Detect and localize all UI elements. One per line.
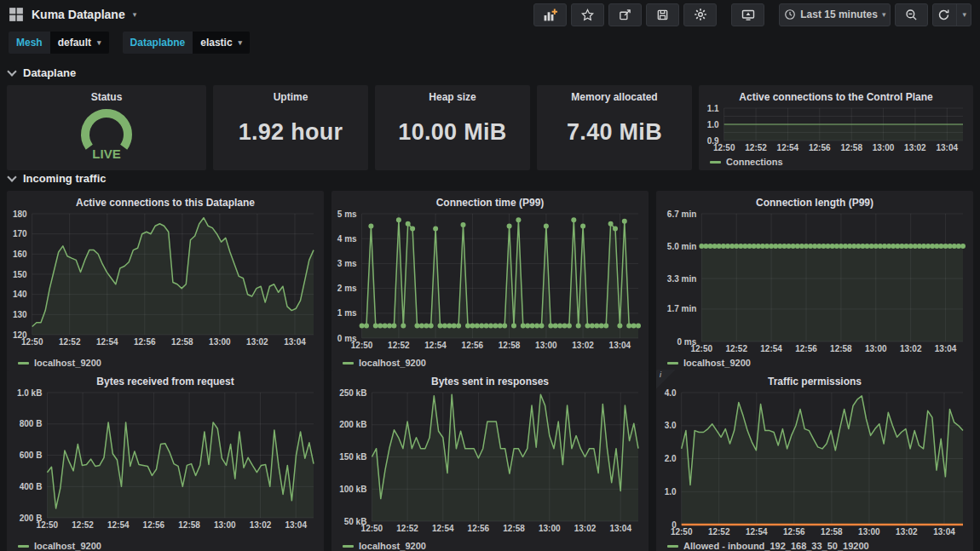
svg-text:100 kB: 100 kB bbox=[339, 485, 366, 494]
panel-connection-time: Connection time (P99) 0 ms1 ms2 ms3 ms4 … bbox=[331, 191, 649, 373]
legend-swatch bbox=[343, 362, 354, 364]
legend-item[interactable]: localhost_9200 bbox=[343, 541, 426, 551]
refresh-interval-dropdown[interactable]: ▾ bbox=[956, 4, 966, 26]
svg-text:3.0: 3.0 bbox=[665, 421, 677, 430]
panel-title[interactable]: Heap size bbox=[375, 85, 530, 104]
svg-text:13:04: 13:04 bbox=[285, 520, 307, 530]
panel-info-corner-icon[interactable]: i bbox=[656, 370, 675, 388]
svg-text:12:54: 12:54 bbox=[432, 524, 454, 533]
chart-connection-time[interactable]: 0 ms1 ms2 ms3 ms4 ms5 ms12:5012:5212:541… bbox=[331, 209, 649, 358]
variable-value[interactable]: default▾ bbox=[50, 32, 109, 54]
panel-title[interactable]: Bytes received from request bbox=[7, 370, 324, 388]
legend-label: localhost_9200 bbox=[359, 358, 426, 368]
chevron-down-icon[interactable]: ▾ bbox=[133, 11, 137, 19]
variable-value[interactable]: elastic▾ bbox=[193, 32, 250, 54]
save-button[interactable] bbox=[646, 3, 679, 26]
svg-text:1 ms: 1 ms bbox=[337, 308, 357, 318]
legend-item[interactable]: localhost_9200 bbox=[667, 358, 751, 368]
svg-text:140: 140 bbox=[13, 290, 27, 299]
svg-text:12:58: 12:58 bbox=[171, 337, 193, 347]
variable-dataplane[interactable]: Dataplabne elastic▾ bbox=[123, 32, 251, 54]
svg-text:12:58: 12:58 bbox=[503, 524, 525, 533]
legend-swatch bbox=[667, 545, 678, 548]
legend-label: Allowed - inbound_192_168_33_50_19200 bbox=[683, 541, 869, 551]
share-button[interactable] bbox=[608, 3, 642, 26]
panel-title[interactable]: Connection length (P99) bbox=[656, 191, 973, 209]
dashboard-title[interactable]: Kuma Dataplane bbox=[32, 8, 125, 21]
panel-title[interactable]: Bytes sent in responses bbox=[331, 370, 649, 388]
heap-size-value: 10.00 MiB bbox=[375, 104, 530, 170]
svg-text:12:50: 12:50 bbox=[713, 143, 735, 152]
svg-text:800 B: 800 B bbox=[20, 419, 43, 428]
legend-item[interactable]: Allowed - inbound_192_168_33_50_19200 bbox=[667, 541, 869, 551]
chart-active-connections-dataplane[interactable]: 12013014015016017018012:5012:5212:5412:5… bbox=[7, 209, 324, 358]
legend-swatch bbox=[710, 161, 721, 164]
svg-text:13:04: 13:04 bbox=[609, 341, 631, 350]
refresh-icon bbox=[937, 9, 950, 21]
svg-text:13:00: 13:00 bbox=[539, 524, 561, 533]
panel-title[interactable]: Status bbox=[7, 85, 206, 104]
svg-text:12:56: 12:56 bbox=[134, 337, 156, 347]
svg-text:13:04: 13:04 bbox=[609, 524, 631, 533]
legend-item[interactable]: localhost_9200 bbox=[343, 358, 426, 368]
row-label: Incoming traffic bbox=[23, 172, 107, 185]
memory-allocated-value: 7.40 MiB bbox=[537, 104, 692, 170]
add-panel-button[interactable] bbox=[533, 3, 567, 26]
star-button[interactable] bbox=[571, 3, 604, 26]
chart-connection-length[interactable]: 0 ms1.7 min3.3 min5.0 min6.7 min12:5012:… bbox=[656, 209, 973, 358]
legend-label: Connections bbox=[726, 157, 783, 167]
legend: localhost_9200 bbox=[7, 541, 324, 551]
variable-label: Mesh bbox=[9, 32, 50, 54]
row-header-dataplane[interactable]: Dataplane bbox=[0, 61, 980, 85]
svg-text:12:52: 12:52 bbox=[725, 344, 747, 353]
panel-active-connections-control-plane: Active connections to the Control Plane … bbox=[699, 85, 973, 170]
legend: Connections bbox=[699, 157, 973, 170]
svg-text:13:04: 13:04 bbox=[284, 337, 306, 347]
svg-text:12:50: 12:50 bbox=[691, 344, 713, 353]
panel-title[interactable]: Traffic permissions bbox=[656, 370, 973, 388]
variable-mesh[interactable]: Mesh default▾ bbox=[9, 32, 109, 54]
legend-label: localhost_9200 bbox=[359, 541, 426, 551]
panel-bytes-received: Bytes received from request 200 B400 B60… bbox=[7, 370, 324, 551]
legend-item[interactable]: localhost_9200 bbox=[18, 358, 101, 368]
panel-title[interactable]: Connection time (P99) bbox=[331, 191, 649, 209]
legend-swatch bbox=[18, 545, 29, 548]
svg-text:12:50: 12:50 bbox=[37, 520, 59, 530]
chart-traffic-permissions[interactable]: 01.02.03.04.012:5012:5212:5412:5612:5813… bbox=[656, 388, 973, 541]
legend-swatch bbox=[343, 545, 354, 548]
svg-text:12:50: 12:50 bbox=[351, 341, 373, 350]
cycle-view-mode-button[interactable] bbox=[731, 3, 764, 26]
svg-text:12:52: 12:52 bbox=[72, 520, 94, 530]
chevron-down-icon: ▾ bbox=[882, 11, 886, 19]
svg-text:12:50: 12:50 bbox=[361, 524, 383, 533]
panel-title[interactable]: Uptime bbox=[213, 85, 368, 104]
svg-text:12:52: 12:52 bbox=[396, 524, 418, 533]
refresh-button[interactable]: ▾ bbox=[932, 3, 971, 26]
svg-text:13:02: 13:02 bbox=[896, 527, 918, 537]
svg-text:12:58: 12:58 bbox=[178, 520, 200, 530]
stats-row: Status LIVE Uptime 1.92 hour Heap size 1… bbox=[7, 85, 973, 167]
panel-uptime: Uptime 1.92 hour bbox=[213, 85, 368, 170]
row-label: Dataplane bbox=[23, 66, 76, 79]
svg-text:13:00: 13:00 bbox=[214, 520, 236, 530]
legend-item[interactable]: localhost_9200 bbox=[18, 541, 101, 551]
panel-title[interactable]: Active connections to this Dataplane bbox=[7, 191, 324, 209]
panel-title[interactable]: Active connections to the Control Plane bbox=[699, 85, 973, 104]
dashboard-grid-icon[interactable] bbox=[9, 7, 24, 22]
panel-title[interactable]: Memory allocated bbox=[537, 85, 692, 104]
svg-text:13:04: 13:04 bbox=[937, 143, 959, 152]
svg-text:1.0: 1.0 bbox=[707, 120, 719, 129]
svg-text:13:02: 13:02 bbox=[904, 143, 926, 152]
chart-bytes-sent[interactable]: 50 kB100 kB150 kB200 kB250 kB12:5012:521… bbox=[331, 388, 649, 541]
row-header-incoming-traffic[interactable]: Incoming traffic bbox=[0, 167, 980, 191]
zoom-out-button[interactable] bbox=[895, 3, 928, 26]
chart-active-connections-control-plane[interactable]: 0.91.01.112:5012:5212:5412:5612:5813:001… bbox=[699, 104, 973, 157]
panel-bytes-sent: Bytes sent in responses 50 kB100 kB150 k… bbox=[331, 370, 649, 551]
legend-swatch bbox=[18, 362, 29, 364]
chevron-down-icon: ▾ bbox=[97, 39, 101, 47]
settings-button[interactable] bbox=[683, 3, 717, 26]
chart-bytes-received[interactable]: 200 B400 B600 B800 B1.0 kB12:5012:5212:5… bbox=[7, 388, 324, 541]
chevron-down-icon bbox=[7, 172, 16, 181]
time-range-picker[interactable]: Last 15 minutes ▾ bbox=[779, 3, 891, 26]
legend-item[interactable]: Connections bbox=[710, 157, 783, 167]
